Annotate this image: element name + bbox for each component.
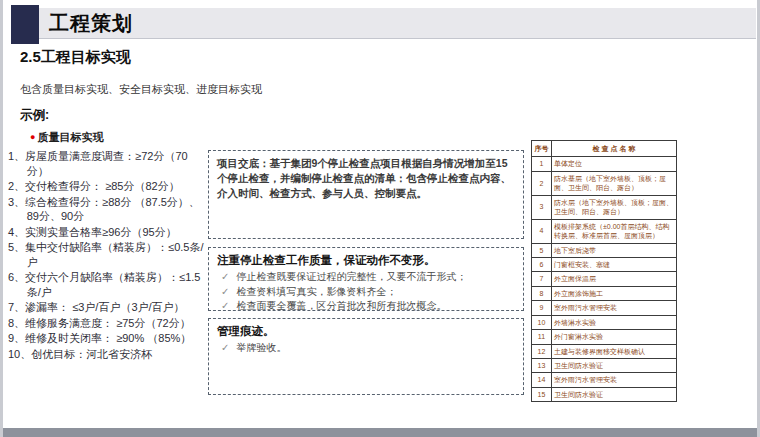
row-number-cell: 12 xyxy=(532,344,552,358)
checkpoint-name-cell: 室外雨污水管理安装 xyxy=(552,373,677,387)
slide: 工程策划 2.5工程目标实现 包含质量目标实现、安全目标实现、进度目标实现 示例… xyxy=(0,0,760,437)
table-row: 10外墙淋水实验 xyxy=(532,315,677,329)
check-icon: ✓ xyxy=(221,286,229,297)
table-row: 3防水层（地下室外墙板、顶板；屋面、卫生间、阳台、露台） xyxy=(532,195,677,219)
header-accent-square xyxy=(11,5,39,44)
goal-item: 8、维修服务满意度： ≥75分（72分） xyxy=(8,316,208,331)
check-item: ✓停止检查既要保证过程的完整性，又要不流于形式； xyxy=(217,270,515,285)
project-briefing-text: 项目交底：基于集团9个停止检查点项目根据自身情况增加至15个停止检查，并编制停止… xyxy=(217,156,515,202)
table-row: 7外立面保温层 xyxy=(532,272,677,286)
goal-item: 2、交付检查得分： ≥85分（82分） xyxy=(8,179,208,194)
check-icon: ✓ xyxy=(221,300,229,311)
table-row: 8外立面涂饰施工 xyxy=(532,286,677,300)
row-number-cell: 1 xyxy=(532,157,552,171)
management-trace-box: 管理痕迹。 ✓举牌验收。 xyxy=(208,318,524,395)
checkpoint-name-cell: 单体定位 xyxy=(552,157,677,171)
row-number-cell: 2 xyxy=(532,171,552,195)
check-item-text: 停止检查既要保证过程的完整性，又要不流于形式； xyxy=(236,271,466,282)
checkpoint-name-cell: 卫生间防水验证 xyxy=(552,359,677,373)
check-item-text: 举牌验收。 xyxy=(236,342,286,353)
checkpoint-table: 序号 检 查 点 名 称 1单体定位2防水基层（地下室外墙板、顶板；屋面、卫生间… xyxy=(531,140,677,402)
row-number-cell: 14 xyxy=(532,373,552,387)
check-item-text: 检查面要全覆盖，区分首批次和所有批次概念。 xyxy=(236,300,446,311)
check-item: ✓检查面要全覆盖，区分首批次和所有批次概念。 xyxy=(217,299,515,314)
goal-item: 9、维修及时关闭率： ≥90% （85%） xyxy=(8,331,208,346)
header-seq: 序号 xyxy=(532,141,552,157)
table-row: 1单体定位 xyxy=(532,157,677,171)
table-row: 11外门窗淋水实验 xyxy=(532,330,677,344)
checkpoint-name-cell: 门窗框安装、塞缝 xyxy=(552,257,677,271)
checkpoint-name-cell: 防水层（地下室外墙板、顶板；屋面、卫生间、阳台、露台） xyxy=(552,195,677,219)
row-number-cell: 7 xyxy=(532,272,552,286)
checkpoint-name-cell: 外立面保温层 xyxy=(552,272,677,286)
stop-check-quality-box: 注重停止检查工作质量，保证动作不变形。 ✓停止检查既要保证过程的完整性，又要不流… xyxy=(208,247,524,311)
stop-check-quality-items: ✓停止检查既要保证过程的完整性，又要不流于形式；✓检查资料填写真实，影像资料齐全… xyxy=(217,270,515,314)
checkpoint-name-cell: 防水基层（地下室外墙板、顶板；屋面、卫生间、阳台、露台） xyxy=(552,171,677,195)
section-title: 2.5工程目标实现 xyxy=(20,48,131,67)
goal-item: 1、房屋质量满意度调查：≥72分（70分） xyxy=(8,149,208,178)
bullet-icon: ● xyxy=(30,132,35,142)
checkpoint-name-cell: 外门窗淋水实验 xyxy=(552,330,677,344)
goal-item: 6、交付六个月缺陷率（精装房）：≤1.5条/户 xyxy=(8,270,208,299)
row-number-cell: 6 xyxy=(532,257,552,271)
quality-goal-heading: ●质量目标实现 xyxy=(30,130,103,145)
check-item: ✓检查资料填写真实，影像资料齐全； xyxy=(217,285,515,300)
goal-item: 3、综合检查得分：≥88分 （87.5分）、89分、90分 xyxy=(8,195,208,224)
row-number-cell: 4 xyxy=(532,219,552,243)
management-trace-title: 管理痕迹。 xyxy=(217,324,515,339)
header-checkpoint-name: 检 查 点 名 称 xyxy=(552,141,677,157)
check-icon: ✓ xyxy=(221,342,229,353)
checkpoint-name-cell: 卫生间防水验证 xyxy=(552,387,677,401)
table-row: 15卫生间防水验证 xyxy=(532,387,677,401)
row-number-cell: 5 xyxy=(532,243,552,257)
row-number-cell: 10 xyxy=(532,315,552,329)
management-trace-items: ✓举牌验收。 xyxy=(217,341,515,356)
row-number-cell: 8 xyxy=(532,286,552,300)
checkpoint-name-cell: 地下室后浇带 xyxy=(552,243,677,257)
quality-goal-heading-text: 质量目标实现 xyxy=(37,131,103,143)
table-header-row: 序号 检 查 点 名 称 xyxy=(532,141,677,157)
stop-check-quality-title: 注重停止检查工作质量，保证动作不变形。 xyxy=(217,253,515,268)
project-briefing-box: 项目交底：基于集团9个停止检查点项目根据自身情况增加至15个停止检查，并编制停止… xyxy=(208,150,524,239)
row-number-cell: 3 xyxy=(532,195,552,219)
checkpoint-table-body: 1单体定位2防水基层（地下室外墙板、顶板；屋面、卫生间、阳台、露台）3防水层（地… xyxy=(532,157,677,402)
check-icon: ✓ xyxy=(221,271,229,282)
goals-list: 1、房屋质量满意度调查：≥72分（70分）2、交付检查得分： ≥85分（82分）… xyxy=(8,149,208,362)
table-row: 2防水基层（地下室外墙板、顶板；屋面、卫生间、阳台、露台） xyxy=(532,171,677,195)
goal-item: 4、实测实量合格率≥96分（95分） xyxy=(8,225,208,240)
check-item: ✓举牌验收。 xyxy=(217,341,515,356)
goal-item: 7、渗漏率： ≤3户/百户（3户/百户） xyxy=(8,300,208,315)
table-row: 6门窗框安装、塞缝 xyxy=(532,257,677,271)
checkpoint-name-cell: 室外雨污水管理安装 xyxy=(552,301,677,315)
goal-item: 5、集中交付缺陷率（精装房）：≤0.5条/户 xyxy=(8,240,208,269)
slide-bottom-edge xyxy=(3,428,760,437)
table-row: 12土建与装修界面移交样板确认 xyxy=(532,344,677,358)
table-row: 13卫生间防水验证 xyxy=(532,359,677,373)
checkpoint-name-cell: 外立面涂饰施工 xyxy=(552,286,677,300)
row-number-cell: 15 xyxy=(532,387,552,401)
table-row: 4模板排架系统（±0.00首层结构、结构转换层、标准层首层、屋面顶层） xyxy=(532,219,677,243)
table-row: 5地下室后浇带 xyxy=(532,243,677,257)
page-title: 工程策划 xyxy=(49,10,133,37)
goal-item: 10、创优目标：河北省安济杯 xyxy=(8,347,208,362)
row-number-cell: 13 xyxy=(532,359,552,373)
section-subtitle: 包含质量目标实现、安全目标实现、进度目标实现 xyxy=(20,82,262,97)
checkpoint-name-cell: 土建与装修界面移交样板确认 xyxy=(552,344,677,358)
checkpoint-name-cell: 模板排架系统（±0.00首层结构、结构转换层、标准层首层、屋面顶层） xyxy=(552,219,677,243)
row-number-cell: 11 xyxy=(532,330,552,344)
table-row: 9室外雨污水管理安装 xyxy=(532,301,677,315)
table-row: 14室外雨污水管理安装 xyxy=(532,373,677,387)
checkpoint-name-cell: 外墙淋水实验 xyxy=(552,315,677,329)
check-item-text: 检查资料填写真实，影像资料齐全； xyxy=(236,286,396,297)
example-label: 示例: xyxy=(20,107,49,124)
row-number-cell: 9 xyxy=(532,301,552,315)
